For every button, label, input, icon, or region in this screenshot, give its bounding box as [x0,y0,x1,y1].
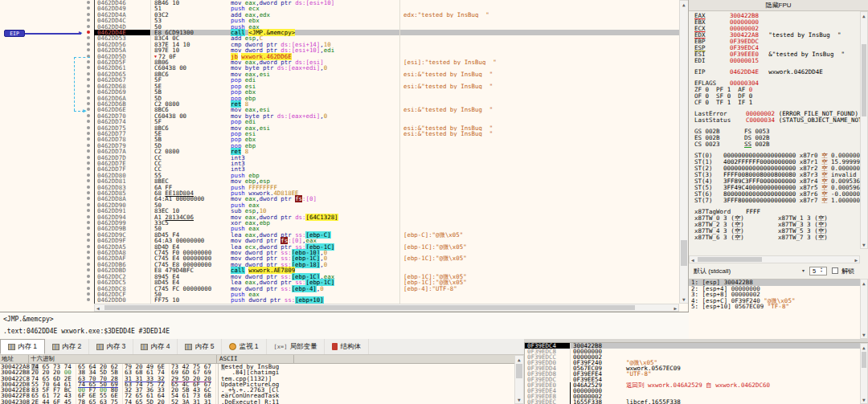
breakpoint-gutter[interactable] [0,131,94,137]
breakpoint-gutter[interactable] [0,292,94,297]
scrollbar-thumb[interactable] [681,240,687,266]
breakpoint-dot[interactable] [87,209,90,212]
breakpoint-dot[interactable] [87,126,90,129]
breakpoint-gutter[interactable] [0,143,94,149]
breakpoint-dot[interactable] [87,90,90,93]
breakpoint-gutter[interactable] [0,113,94,119]
breakpoint-gutter[interactable] [0,77,94,83]
instruction-cell[interactable]: int3 [227,155,399,161]
breakpoint-dot[interactable] [87,144,90,147]
register-row[interactable]: CF 0 TF 1 IF 1 [689,100,860,106]
breakpoint-dot[interactable] [87,280,90,284]
tab-局部变量[interactable]: [x=]局部变量 [267,339,326,354]
register-row[interactable]: EBP0F39EDDC [689,39,860,45]
breakpoint-dot[interactable] [87,25,90,28]
breakpoint-dot[interactable] [87,215,90,218]
breakpoint-gutter[interactable] [0,286,94,292]
scrollbar-thumb[interactable] [104,305,635,310]
scroll-down-icon[interactable]: ▼ [682,297,686,302]
breakpoint-dot[interactable] [87,66,90,69]
stack-pane[interactable]: 0F39EDC4300422B80F39EDC8000000000F39EDCC… [524,342,868,404]
stack-vertical-scrollbar[interactable]: ▲ ▼ [860,343,868,404]
breakpoint-gutter[interactable] [0,89,94,95]
breakpoint-gutter[interactable] [0,267,94,273]
breakpoint-dot[interactable] [87,120,90,123]
registers-pane[interactable]: 隐藏FPU EAX300422B8EBX00000000ECX00000002E… [689,0,868,339]
tab-内存 3[interactable]: 内存 3 [89,339,133,354]
tab-监视 1[interactable]: 监视 1 [222,339,266,354]
breakpoint-dot[interactable] [87,36,90,39]
breakpoint-dot[interactable] [87,84,90,88]
address-cell[interactable]: 0462DDD0 [94,297,150,303]
breakpoint-gutter[interactable] [0,226,94,231]
breakpoint-dot[interactable] [87,114,90,117]
registers-horizontal-scrollbar[interactable]: ◀ ▶ [689,255,860,263]
breakpoint-gutter[interactable] [0,166,94,172]
scrollbar-thumb[interactable] [862,352,866,368]
breakpoint-dot[interactable] [87,239,90,242]
breakpoint-gutter[interactable] [0,196,94,202]
disassembly-pane[interactable]: 0462DD468B46 10mov eax,dword ptr ds:[esi… [0,0,689,312]
breakpoint-gutter[interactable] [0,18,94,23]
breakpoint-dot[interactable] [87,221,90,224]
breakpoint-gutter[interactable] [0,274,94,280]
breakpoint-gutter[interactable] [0,0,94,6]
breakpoint-gutter[interactable] [0,244,94,250]
argument-row[interactable]: 5: [esp+10] 0567EC09 "TF-8" [689,304,860,310]
chevron-down-icon[interactable]: ▾ [802,265,805,277]
breakpoint-gutter[interactable] [0,185,94,190]
scrollbar-thumb[interactable] [516,364,522,378]
stack-value[interactable]: 1655F338 [570,399,618,404]
breakpoint-dot[interactable] [87,256,90,259]
breakpoint-gutter[interactable] [0,155,94,161]
breakpoint-gutter[interactable] [0,161,94,166]
disasm-vertical-scrollbar[interactable]: ▲ ▼ [679,0,689,304]
breakpoint-gutter[interactable] [0,47,94,53]
tab-内存 1[interactable]: 内存 1 [0,339,45,354]
tab-内存 2[interactable]: 内存 2 [45,339,89,354]
breakpoint-gutter[interactable] [0,208,94,214]
breakpoint-gutter[interactable] [0,65,94,71]
scroll-up-icon[interactable]: ▲ [518,357,521,362]
register-row[interactable]: x87TW_6 3 (空)x87TW_7 3 (空) [689,235,860,241]
breakpoint-dot[interactable] [87,275,90,278]
register-row[interactable]: CS 0023SS 002B [689,141,860,148]
disasm-row[interactable]: 0462DDD0FF75 10push dword ptr ss:[ebp+10… [0,297,688,303]
breakpoint-gutter[interactable] [0,96,94,101]
breakpoint-gutter[interactable] [0,232,94,238]
stack-row[interactable]: 0F39EDEC1655F338libcef.1655F338 [525,399,868,404]
breakpoint-gutter[interactable] [0,6,94,11]
breakpoint-dot[interactable] [87,1,90,4]
breakpoint-dot[interactable] [87,233,90,236]
scroll-up-icon[interactable]: ▲ [862,345,866,350]
tab-内存 5[interactable]: 内存 5 [178,339,222,354]
breakpoint-dot[interactable] [87,251,90,254]
tab-结构体[interactable]: 结构体 [325,339,369,354]
register-row[interactable]: ESI0F39EEE0&"tested by InsBug " [689,51,860,58]
dump-row[interactable]: 300423082E 44 6F 4578 65 63 7574 65 5D 2… [0,399,524,404]
disasm-horizontal-scrollbar[interactable]: ◀ ▶ [94,304,679,312]
breakpoint-gutter[interactable] [0,84,94,89]
breakpoint-dot[interactable] [87,245,90,248]
breakpoint-gutter[interactable] [0,137,94,142]
breakpoint-dot[interactable] [87,18,90,22]
breakpoint-dot[interactable] [87,156,90,159]
register-row[interactable]: ST(7)3FFF8000000000000000 x87r7 空 1.0000… [689,198,860,204]
scroll-up-icon[interactable]: ▲ [862,281,866,286]
instruction-cell[interactable]: int3 [227,161,399,166]
breakpoint-dot[interactable] [87,13,90,16]
breakpoint-dot[interactable] [87,137,90,141]
breakpoint-dot[interactable] [87,102,90,105]
dump-hex-bytes[interactable]: 2E 44 6F 4578 65 63 7574 65 5D 2052 3A 3… [30,399,218,404]
instruction-cell[interactable]: pop ebp [227,96,399,101]
tab-内存 4[interactable]: 内存 4 [133,339,178,354]
register-row[interactable]: LastStatusC0000034 (STATUS_OBJECT_NAME_N… [689,117,860,124]
breakpoint-gutter[interactable] [0,297,94,303]
breakpoint-dot[interactable] [87,132,90,135]
args-count-spinner[interactable]: 5 ▴▾ [809,267,827,275]
breakpoint-gutter[interactable] [0,190,94,196]
register-row[interactable]: EAX300422B8 [689,13,860,19]
breakpoint-dot[interactable] [87,173,90,177]
spinner-arrows-icon[interactable]: ▴▾ [821,267,825,273]
scroll-down-icon[interactable]: ▼ [862,243,866,247]
